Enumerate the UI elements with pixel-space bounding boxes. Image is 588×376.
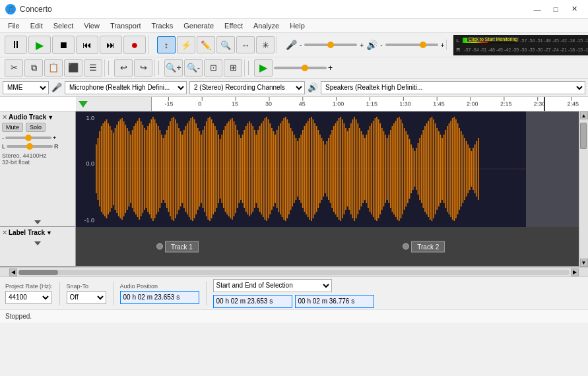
- scroll-up-btn[interactable]: ▲: [580, 111, 588, 119]
- menu-generate[interactable]: Generate: [178, 20, 219, 31]
- mute-button[interactable]: Mute: [2, 123, 23, 132]
- output-device-select[interactable]: Speakers (Realtek High Definiti...: [321, 81, 585, 94]
- project-rate-select[interactable]: 44100: [5, 291, 51, 304]
- gain-slider[interactable]: [5, 137, 51, 139]
- menu-edit[interactable]: Edit: [25, 20, 48, 31]
- status-sep2: [113, 282, 114, 305]
- play-green-button[interactable]: ▶: [254, 59, 273, 77]
- zoom-sel-button[interactable]: ⊞: [224, 59, 242, 77]
- svg-rect-107: [277, 130, 278, 208]
- svg-rect-221: [473, 148, 474, 190]
- svg-rect-72: [216, 130, 218, 208]
- label-track-dropdown[interactable]: ▼: [46, 230, 52, 236]
- record-button[interactable]: ●: [123, 36, 146, 54]
- zoom-fit-button[interactable]: ⊡: [204, 59, 222, 77]
- zoom-in-button[interactable]: 🔍+: [164, 59, 183, 77]
- copy-button[interactable]: ⧉: [24, 59, 43, 77]
- svg-rect-24: [133, 126, 135, 212]
- track-close-icon[interactable]: ✕: [2, 113, 7, 121]
- sel-end-input[interactable]: 00 h 02 m 36.776 s: [295, 295, 374, 308]
- sel-type-select[interactable]: Start and End of Selection: [213, 279, 332, 292]
- audio-position-input[interactable]: 00 h 02 m 23.653 s: [120, 291, 199, 304]
- scroll-down-btn[interactable]: ▼: [580, 259, 588, 266]
- audio-track-content[interactable]: 1.0 0.0 -1.0: [76, 111, 579, 227]
- playback-speed-slider[interactable]: [274, 67, 327, 69]
- select-tool-button[interactable]: ↕: [157, 36, 176, 53]
- undo-button[interactable]: ↩: [114, 59, 133, 77]
- slide-tool-button[interactable]: ↔: [236, 36, 255, 53]
- collapse-icon: [34, 220, 41, 224]
- audio-track-name: Audio Track: [9, 113, 46, 121]
- svg-rect-151: [352, 119, 354, 218]
- hscroll-right-btn[interactable]: ▶: [571, 268, 579, 276]
- menu-help[interactable]: Help: [284, 20, 310, 31]
- svg-rect-113: [286, 119, 288, 218]
- gain-minus: -: [2, 135, 4, 141]
- svg-rect-219: [469, 148, 471, 190]
- menu-transport[interactable]: Transport: [105, 20, 147, 31]
- zoom-tool-button[interactable]: 🔍: [216, 36, 235, 53]
- paste-button[interactable]: 📋: [44, 59, 63, 77]
- skip-back-button[interactable]: ⏮: [76, 36, 98, 54]
- play-button[interactable]: ▶: [28, 36, 51, 54]
- menu-effect[interactable]: Effect: [219, 20, 248, 31]
- solo-button[interactable]: Solo: [26, 123, 46, 132]
- speaker-device-icon: 🔊: [308, 82, 318, 92]
- monitoring-click[interactable]: Click to Start Monitoring: [467, 37, 519, 42]
- stopped-bar: Stopped.: [0, 309, 588, 323]
- menu-tracks[interactable]: Tracks: [147, 20, 179, 31]
- maximize-button[interactable]: □: [547, 3, 564, 16]
- draw-tool-button[interactable]: ✏️: [197, 36, 215, 53]
- silence-button[interactable]: ☰: [84, 59, 102, 77]
- rate-label: Project Rate (Hz):: [5, 283, 53, 290]
- channels-select[interactable]: 2 (Stereo) Recording Channels: [189, 81, 305, 94]
- host-select[interactable]: MME: [3, 81, 49, 94]
- pause-button[interactable]: ⏸: [5, 36, 27, 54]
- vu-R-label: R: [456, 47, 461, 53]
- stop-button[interactable]: ⏹: [52, 36, 75, 54]
- svg-rect-120: [299, 138, 300, 200]
- menu-select[interactable]: Select: [48, 20, 79, 31]
- hscroll-left-btn[interactable]: ◀: [9, 268, 17, 276]
- track2-label: Track 2: [411, 241, 445, 252]
- multi-tool-button[interactable]: ✳: [256, 36, 275, 53]
- track-collapse-btn[interactable]: [34, 220, 41, 224]
- menu-analyze[interactable]: Analyze: [248, 20, 284, 31]
- snap-to-select[interactable]: Off: [67, 291, 106, 304]
- svg-rect-177: [397, 118, 398, 220]
- svg-rect-49: [177, 123, 178, 214]
- svg-rect-143: [339, 118, 340, 220]
- close-button[interactable]: ✕: [566, 3, 583, 16]
- svg-rect-190: [419, 138, 420, 200]
- label-track-expand[interactable]: [2, 241, 73, 245]
- svg-rect-205: [445, 130, 446, 208]
- sel-start-input[interactable]: 00 h 02 m 23.653 s: [213, 295, 292, 308]
- track-dropdown-icon[interactable]: ▼: [48, 114, 53, 121]
- svg-rect-212: [457, 123, 459, 214]
- hscroll-thumb[interactable]: [18, 270, 58, 275]
- pan-slider[interactable]: [7, 145, 53, 148]
- gain-plus: +: [53, 135, 56, 141]
- label-track2: Track 2: [403, 241, 445, 252]
- zoom-out-button[interactable]: 🔍-: [184, 59, 203, 77]
- svg-rect-21: [129, 131, 130, 206]
- menu-view[interactable]: View: [79, 20, 105, 31]
- skip-fwd-button[interactable]: ⏭: [100, 36, 122, 54]
- label-track-content[interactable]: Track 1 Track 2: [76, 227, 579, 266]
- minimize-button[interactable]: —: [529, 3, 546, 16]
- svg-rect-32: [147, 126, 148, 212]
- cut-button[interactable]: ✂: [5, 59, 23, 77]
- scroll-thumb[interactable]: [580, 123, 587, 149]
- output-volume-slider[interactable]: [385, 44, 438, 46]
- mic-icon: 🎤: [286, 40, 297, 50]
- speaker-icon: 🔊: [366, 40, 377, 50]
- vertical-scrollbar[interactable]: ▲ ▼: [579, 111, 588, 266]
- menu-file[interactable]: File: [3, 20, 25, 31]
- redo-button[interactable]: ↪: [134, 59, 152, 77]
- trim-button[interactable]: ⬛: [64, 59, 82, 77]
- svg-rect-180: [402, 123, 403, 214]
- label-track-close[interactable]: ✕: [2, 229, 7, 236]
- input-volume-slider[interactable]: [304, 44, 357, 46]
- input-device-select[interactable]: Microphone (Realtek High Defini...: [65, 81, 187, 94]
- envelope-tool-button[interactable]: ⚡: [177, 36, 195, 53]
